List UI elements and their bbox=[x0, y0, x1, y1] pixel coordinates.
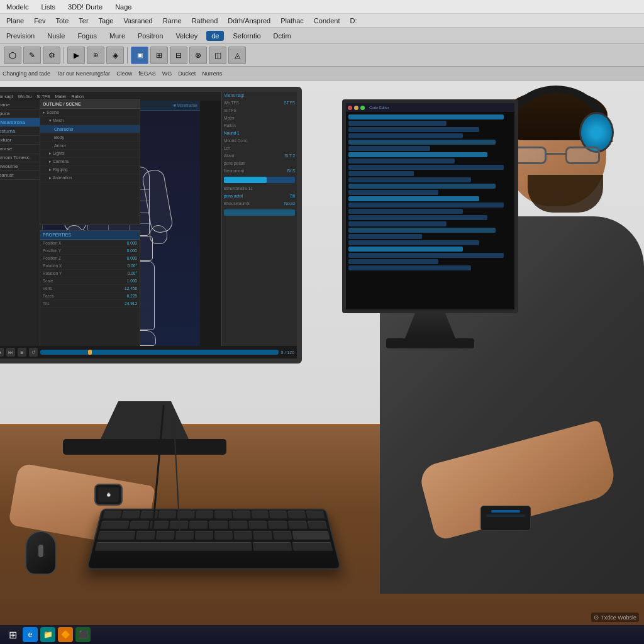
menu-item-plane[interactable]: Plane bbox=[3, 16, 28, 26]
tool-icon-8[interactable]: ⊞ bbox=[150, 47, 168, 64]
sidebar-item-turnom[interactable]: Turnom Tonesc. bbox=[0, 153, 42, 162]
taskbar-icon-app[interactable]: 🔶 bbox=[58, 627, 73, 642]
keyboard[interactable] bbox=[86, 509, 341, 570]
key[interactable] bbox=[214, 511, 232, 518]
tool-icon-1[interactable]: ⬡ bbox=[4, 47, 21, 64]
window-maximize-btn[interactable] bbox=[360, 106, 365, 110]
menu-item-lists[interactable]: Lists bbox=[37, 2, 59, 12]
key[interactable] bbox=[287, 521, 308, 529]
key[interactable] bbox=[175, 531, 194, 539]
key[interactable] bbox=[251, 511, 269, 518]
sidebar-item-textuar[interactable]: Textuar bbox=[0, 136, 42, 145]
key[interactable] bbox=[252, 542, 292, 551]
software-menu-wn[interactable]: Wn.Gu bbox=[16, 94, 33, 99]
tool-icon-6[interactable]: ◈ bbox=[106, 47, 124, 64]
start-button[interactable]: ⊞ bbox=[5, 627, 20, 642]
menu-item-rathend[interactable]: Rathend bbox=[188, 16, 222, 26]
menu-item-plathac[interactable]: Plathac bbox=[277, 16, 308, 26]
tool-nusle[interactable]: Nusle bbox=[43, 31, 69, 41]
timeline-stop[interactable]: ■ bbox=[18, 348, 26, 357]
sidebar-item-nearstrona[interactable]: ◆ Nearstrona bbox=[0, 118, 42, 127]
menu-item-ddh[interactable]: Ddrh/Anspred bbox=[224, 16, 274, 26]
timeline-loop[interactable]: ↺ bbox=[29, 348, 38, 357]
tool-icon-2[interactable]: ✎ bbox=[23, 47, 41, 64]
key[interactable] bbox=[269, 511, 287, 518]
menu-item-modelc[interactable]: Modelc bbox=[3, 2, 32, 12]
timeline-prev[interactable]: ⏭ bbox=[6, 348, 15, 357]
menu-item-d[interactable]: D: bbox=[346, 16, 360, 26]
software-menu-ration[interactable]: Ration bbox=[70, 94, 86, 99]
key[interactable] bbox=[287, 511, 306, 518]
menu-item-3dd[interactable]: 3DD! Durte bbox=[64, 2, 106, 12]
tool-icon-9[interactable]: ⊟ bbox=[170, 47, 187, 64]
tool-icon-5[interactable]: ⊕ bbox=[87, 47, 104, 64]
outline-scene[interactable]: ▸ Scene bbox=[40, 109, 140, 117]
sidebar-item-nesturna[interactable]: Nesturna bbox=[0, 127, 42, 136]
software-menu-mater[interactable]: Mater bbox=[54, 94, 68, 99]
key[interactable] bbox=[209, 521, 228, 529]
taskbar-icon-explorer[interactable]: 📁 bbox=[40, 627, 55, 642]
tool-dctim[interactable]: Dctim bbox=[270, 31, 295, 41]
menu-bar-row1[interactable]: Modelc Lists 3DD! Durte Nage bbox=[0, 0, 644, 14]
menu-item-ter[interactable]: Ter bbox=[75, 16, 92, 26]
window-minimize-btn[interactable] bbox=[354, 106, 358, 110]
tool-icon-4[interactable]: ▶ bbox=[67, 47, 85, 64]
key[interactable] bbox=[229, 521, 248, 529]
tool-icon-11[interactable]: ◫ bbox=[209, 47, 226, 64]
tool-seforntio[interactable]: Seforntio bbox=[229, 31, 264, 41]
key[interactable] bbox=[177, 511, 195, 518]
menu-item-fev[interactable]: Fev bbox=[30, 16, 49, 26]
tool-mure[interactable]: Mure bbox=[106, 31, 129, 41]
menu-item-vasraned[interactable]: Vasraned bbox=[119, 16, 156, 26]
key[interactable] bbox=[103, 511, 121, 518]
spacebar[interactable] bbox=[95, 542, 252, 551]
outline-rigging[interactable]: ▸ Rigging bbox=[40, 166, 140, 174]
tool-icon-3[interactable]: ⚙ bbox=[43, 47, 60, 64]
menu-item-tage[interactable]: Tage bbox=[95, 16, 118, 26]
key[interactable] bbox=[140, 511, 158, 518]
key[interactable] bbox=[268, 521, 287, 529]
outline-armor[interactable]: Armor bbox=[40, 142, 140, 150]
menu-item-rarne[interactable]: Rarne bbox=[159, 16, 186, 26]
key[interactable] bbox=[130, 521, 150, 529]
key[interactable] bbox=[189, 521, 208, 529]
tool-prevision[interactable]: Prevision bbox=[3, 31, 38, 41]
key[interactable] bbox=[121, 511, 140, 518]
outline-character[interactable]: Character bbox=[40, 125, 140, 133]
tool-fogus[interactable]: Fogus bbox=[74, 31, 101, 41]
tool-positron[interactable]: Positron bbox=[134, 31, 167, 41]
menu-item-condent[interactable]: Condent bbox=[310, 16, 344, 26]
key[interactable] bbox=[306, 511, 325, 518]
sidebar-item-brpura[interactable]: brpura bbox=[0, 109, 42, 118]
timeline-play[interactable]: ⏮ bbox=[0, 348, 4, 357]
key[interactable] bbox=[248, 521, 268, 529]
menu-item-nage[interactable]: Nage bbox=[111, 2, 135, 12]
key[interactable] bbox=[97, 531, 136, 539]
key[interactable] bbox=[307, 521, 327, 529]
timeline-track[interactable] bbox=[40, 350, 279, 355]
tool-icon-10[interactable]: ⊗ bbox=[189, 47, 207, 64]
software-menu-film[interactable]: Film sagt bbox=[0, 94, 14, 99]
outline-animation[interactable]: ▸ Animation bbox=[40, 174, 140, 182]
key[interactable] bbox=[196, 511, 213, 518]
outline-lights[interactable]: ▸ Lights bbox=[40, 150, 140, 158]
tool-de[interactable]: de bbox=[206, 31, 224, 41]
key[interactable] bbox=[158, 511, 177, 518]
key[interactable] bbox=[292, 542, 333, 551]
key[interactable] bbox=[214, 531, 233, 539]
mouse-left[interactable] bbox=[25, 531, 57, 575]
key[interactable] bbox=[155, 531, 174, 539]
sidebar-item-divorse[interactable]: Divorse bbox=[0, 145, 42, 153]
window-close-btn[interactable] bbox=[348, 106, 352, 110]
taskbar-icon-app2[interactable]: ⬛ bbox=[75, 627, 91, 642]
software-menu-sl[interactable]: Sl.TFS bbox=[35, 94, 51, 99]
key[interactable] bbox=[234, 531, 253, 539]
key[interactable] bbox=[233, 511, 250, 518]
taskbar-icon-browser[interactable]: e bbox=[23, 627, 38, 642]
outline-body[interactable]: Body bbox=[40, 133, 140, 142]
key[interactable] bbox=[272, 531, 292, 539]
key[interactable] bbox=[253, 531, 272, 539]
enter-key[interactable] bbox=[292, 531, 330, 539]
sidebar-item-noane[interactable]: Noane bbox=[0, 101, 42, 109]
key[interactable] bbox=[100, 521, 130, 529]
